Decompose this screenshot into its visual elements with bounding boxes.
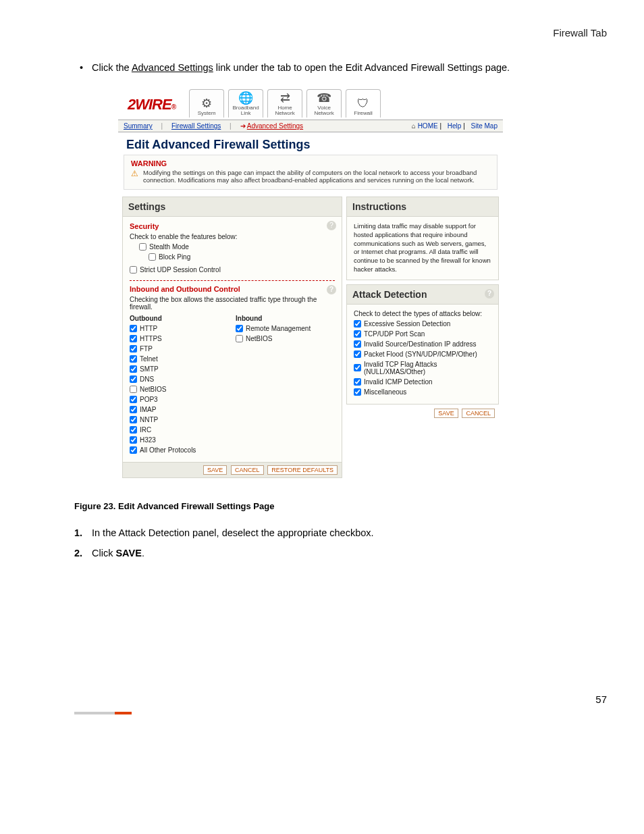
instructions-panel: Instructions Limiting data traffic may d… [346,197,499,280]
2wire-logo: 2WIRE® [118,96,189,118]
outbound-irc-checkbox[interactable] [130,426,137,434]
outbound-smtp-checkbox[interactable] [130,365,137,373]
save-button[interactable]: SAVE [203,465,227,475]
outbound-label: NetBIOS [140,386,166,393]
outbound-dns-checkbox[interactable] [130,375,137,383]
attack-label: Excessive Session Detection [364,320,450,328]
bullet-mark: • [80,62,89,73]
help-icon[interactable]: ? [327,285,336,294]
subtab-advanced-settings[interactable]: Advanced Settings [247,122,303,130]
outbound-ftp-checkbox[interactable] [130,345,137,353]
subtab-firewall-settings[interactable]: Firewall Settings [171,122,221,130]
nav-tab-broadband-link[interactable]: 🌐Broadband Link [228,89,263,118]
stealth-mode-label: Stealth Mode [149,243,189,251]
attack-save-button[interactable]: SAVE [434,409,458,418]
help-icon[interactable]: ? [485,289,494,298]
attack-label: TCP/UDP Port Scan [364,330,425,338]
outbound-label: SMTP [140,365,159,373]
attack-invalid-tcp-flag-attacks-null-xmas-other--checkbox[interactable] [354,364,361,371]
inbound-label: Remote Management [246,325,311,332]
footer-bar [74,712,607,714]
outbound-label: IMAP [140,406,156,413]
outbound-label: POP3 [140,396,158,403]
outbound-pop3-checkbox[interactable] [130,396,137,403]
outbound-netbios-checkbox[interactable] [130,386,137,393]
attack-label: Miscellaneous [364,388,406,396]
outbound-https-checkbox[interactable] [130,335,137,342]
inbound-remote-management-checkbox[interactable] [236,325,243,332]
attack-head: Attack Detection? [347,285,498,305]
outbound-h323-checkbox[interactable] [130,436,137,444]
figure-caption: Figure 23. Edit Advanced Firewall Settin… [74,501,607,511]
attack-invalid-icmp-detection-checkbox[interactable] [354,378,361,386]
stealth-mode-checkbox[interactable] [139,243,146,251]
outbound-label: H323 [140,436,156,444]
attack-invalid-source-destination-ip-address-checkbox[interactable] [354,340,361,348]
attack-packet-flood-syn-udp-icmp-other--checkbox[interactable] [354,350,361,358]
outbound-label: FTP [140,345,153,353]
attack-desc: Check to detect the types of attacks bel… [354,310,491,317]
attack-label: Invalid ICMP Detection [364,378,433,386]
inbound-label: NetBIOS [246,335,272,342]
outbound-label: All Other Protocols [140,446,196,454]
inbound-head: Inbound [236,315,335,322]
settings-head: Settings [123,197,342,217]
outbound-label: Telnet [140,355,158,363]
inbound-netbios-checkbox[interactable] [236,335,243,342]
security-head: Security [130,222,335,230]
strict-udp-checkbox[interactable] [130,266,137,273]
restore-defaults-button[interactable]: RESTORE DEFAULTS [267,465,338,475]
page-number: 57 [74,694,607,705]
settings-panel: Settings Security ? Check to enable the … [122,197,342,478]
warning-body: Modifying the settings on this page can … [124,169,497,189]
outbound-nntp-checkbox[interactable] [130,416,137,423]
io-desc: Checking the box allows the associated t… [130,296,335,311]
instructions-head: Instructions [347,197,498,217]
intro-post: link under the tab to open the Edit Adva… [213,62,510,73]
outbound-label: HTTP [140,325,157,332]
nav-tab-voice-network[interactable]: ☎Voice Network [306,89,342,118]
strict-udp-label: Strict UDP Session Control [140,266,221,273]
cancel-button[interactable]: CANCEL [231,465,264,475]
attack-excessive-session-detection-checkbox[interactable] [354,320,361,328]
outbound-all-other-protocols-checkbox[interactable] [130,446,137,454]
subtab-summary[interactable]: Summary [124,122,153,130]
io-control-head: Inbound and Outbound Control? [130,285,335,293]
attack-tcp-udp-port-scan-checkbox[interactable] [354,330,361,338]
screenshot-figure: 2WIRE® ⚙System🌐Broadband Link⇄Home Netwo… [118,85,503,482]
attack-cancel-button[interactable]: CANCEL [462,409,495,418]
attack-label: Invalid TCP Flag Attacks (NULL/XMAS/Othe… [364,361,491,375]
nav-tab-system[interactable]: ⚙System [189,89,224,118]
home-link[interactable]: HOME [412,122,438,130]
outbound-head: Outbound [130,315,229,322]
sitemap-link[interactable]: Site Map [471,122,498,130]
outbound-label: IRC [140,426,151,434]
help-icon[interactable]: ? [327,221,336,230]
block-ping-checkbox[interactable] [149,253,156,261]
warning-box: WARNING Modifying the settings on this p… [124,155,498,190]
nav-tab-home-network[interactable]: ⇄Home Network [267,89,302,118]
help-link[interactable]: Help [448,122,462,130]
outbound-label: NNTP [140,416,158,423]
check-enable-text: Check to enable the features below: [130,233,335,240]
outbound-http-checkbox[interactable] [130,325,137,332]
outbound-label: HTTPS [140,335,162,342]
outbound-telnet-checkbox[interactable] [130,355,137,363]
outbound-label: DNS [140,375,154,383]
subtab-bar: Summary | Firewall Settings | ➔ Advanced… [118,120,503,132]
intro-bullet: • Click the Advanced Settings link under… [80,62,607,73]
nav-tab-firewall[interactable]: 🛡Firewall [346,89,381,118]
intro-pre: Click the [92,62,132,73]
attack-detection-panel: Attack Detection? Check to detect the ty… [346,284,499,405]
instructions-body: Limiting data traffic may disable suppor… [347,217,498,280]
attack-label: Invalid Source/Destination IP address [364,340,477,348]
step-item: 2.Click SAVE. [74,548,607,558]
page-header: Firewall Tab [74,27,607,38]
block-ping-label: Block Ping [159,253,190,261]
outbound-imap-checkbox[interactable] [130,406,137,413]
warning-head: WARNING [124,155,497,169]
attack-miscellaneous-checkbox[interactable] [354,388,361,396]
attack-label: Packet Flood (SYN/UDP/ICMP/Other) [364,350,477,358]
step-item: 1.In the Attack Detection panel, deselec… [74,527,607,538]
advanced-settings-link: Advanced Settings [132,62,213,73]
